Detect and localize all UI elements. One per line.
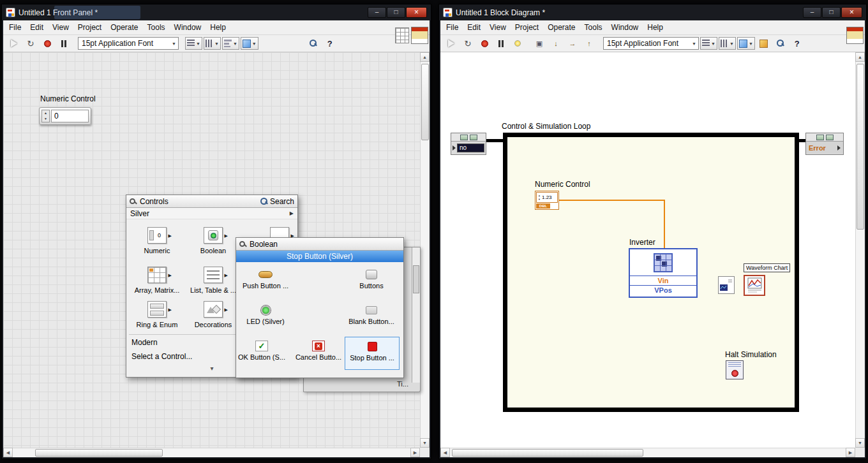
menu-help[interactable]: Help <box>643 21 668 34</box>
vertical-scrollbar-thumb[interactable] <box>421 64 429 140</box>
retain-wire-values-button[interactable]: ▣ <box>532 36 547 50</box>
inverter-input-pin[interactable]: Vin <box>630 276 696 286</box>
step-into-button[interactable]: ↓ <box>548 36 564 50</box>
menu-edit[interactable]: Edit <box>463 21 485 34</box>
horizontal-scrollbar[interactable]: ◀ ▶ <box>3 448 420 457</box>
numeric-control[interactable]: ▲ ▼ 0 <box>39 107 91 125</box>
distribute-objects-dropdown[interactable]: ▼ <box>719 37 736 50</box>
abort-button[interactable] <box>477 36 492 50</box>
block-diagram-titlebar[interactable]: Untitled 1 Block Diagram * – □ × <box>440 4 865 20</box>
menu-project[interactable]: Project <box>511 21 543 34</box>
run-continuous-button[interactable]: ↻ <box>23 36 38 50</box>
context-help-button[interactable]: ? <box>789 36 805 50</box>
reorder-dropdown[interactable]: ▼ <box>241 37 258 50</box>
palette-item-array-matrix[interactable]: ▶ Array, Matrix... <box>129 267 185 294</box>
numeric-value-field[interactable]: 0 <box>51 110 89 122</box>
horizontal-scrollbar-thumb[interactable] <box>35 449 163 457</box>
menu-operate[interactable]: Operate <box>543 21 580 34</box>
reorder-dropdown[interactable]: ▼ <box>737 37 755 50</box>
menu-help[interactable]: Help <box>206 21 230 34</box>
menu-file[interactable]: File <box>442 21 463 34</box>
vertical-scrollbar[interactable]: ▲ ▼ <box>420 52 430 448</box>
pause-button[interactable] <box>56 36 71 50</box>
scroll-up-button[interactable]: ▲ <box>420 52 430 62</box>
menu-view[interactable]: View <box>485 21 511 34</box>
section-label-modern[interactable]: Modern <box>131 338 158 347</box>
simulation-input-node[interactable]: no <box>451 133 486 155</box>
menu-window[interactable]: Window <box>170 21 206 34</box>
vertical-scrollbar-thumb[interactable] <box>857 64 864 230</box>
scroll-right-button[interactable]: ▶ <box>846 448 855 457</box>
distribute-objects-dropdown[interactable]: ▼ <box>204 37 221 50</box>
maximize-button[interactable]: □ <box>822 7 841 18</box>
scroll-right-button[interactable]: ▶ <box>410 448 420 457</box>
run-button[interactable] <box>444 36 459 50</box>
scroll-left-button[interactable]: ◀ <box>3 448 13 457</box>
menu-tools[interactable]: Tools <box>580 21 607 34</box>
step-over-button[interactable]: → <box>565 36 580 50</box>
waveform-chart-terminal[interactable] <box>744 275 765 296</box>
input-node-value[interactable]: no <box>457 143 484 152</box>
palette-item-numeric[interactable]: 0 ▶ Numeric <box>129 227 185 254</box>
run-button[interactable] <box>6 36 22 50</box>
palette-item-blank-button[interactable]: Blank Button... <box>342 303 401 325</box>
run-continuous-button[interactable]: ↻ <box>460 36 475 50</box>
font-selector-dropdown[interactable]: 15pt Application Font ▼ <box>603 37 699 50</box>
minimize-button[interactable]: – <box>368 7 386 18</box>
menu-project[interactable]: Project <box>73 21 106 34</box>
inverter-block[interactable]: Vin VPos <box>629 248 698 298</box>
vertical-scrollbar[interactable]: ▲ ▼ <box>855 52 865 448</box>
palette-item-ok-button[interactable]: ✓ OK Button (S... <box>236 339 287 361</box>
palette-search-button[interactable]: Search <box>260 197 294 206</box>
menu-view[interactable]: View <box>48 21 73 34</box>
inverter-output-pin[interactable]: VPos <box>630 286 696 296</box>
vi-icon[interactable] <box>411 27 428 44</box>
search-button[interactable] <box>306 36 321 50</box>
horizontal-scrollbar[interactable]: ◀ ▶ <box>440 448 855 457</box>
clean-up-diagram-button[interactable] <box>756 36 772 50</box>
fragment-scrollbar-thumb[interactable] <box>413 265 419 293</box>
vi-icon[interactable] <box>846 27 864 44</box>
boolean-palette-header[interactable]: Boolean <box>236 238 403 251</box>
menu-tools[interactable]: Tools <box>143 21 170 34</box>
align-objects-dropdown[interactable]: ▼ <box>700 37 717 50</box>
palette-item-cancel-button[interactable]: × Cancel Butto... <box>292 339 345 361</box>
palette-item-boolean[interactable]: ▶ Boolean <box>186 227 240 254</box>
search-button[interactable] <box>773 36 788 50</box>
front-panel-titlebar[interactable]: Untitled 1 Front Panel * – □ × <box>3 4 430 20</box>
menu-window[interactable]: Window <box>607 21 643 34</box>
menu-edit[interactable]: Edit <box>26 21 48 34</box>
orange-wire-horizontal[interactable] <box>559 200 665 201</box>
error-output-label[interactable]: Error <box>809 144 835 152</box>
pin-icon[interactable] <box>130 198 137 205</box>
scroll-left-button[interactable]: ◀ <box>440 448 450 457</box>
simulation-output-node[interactable]: Error <box>805 133 844 155</box>
decrement-button[interactable]: ▼ <box>42 116 49 122</box>
scroll-down-button[interactable]: ▼ <box>420 438 430 448</box>
menu-operate[interactable]: Operate <box>106 21 142 34</box>
palette-item-ring-enum[interactable]: ▶ Ring & Enum <box>129 301 185 328</box>
palette-item-buttons[interactable]: Buttons <box>342 267 401 290</box>
close-button[interactable]: × <box>841 7 862 18</box>
pause-button[interactable] <box>493 36 509 50</box>
fragment-scrollbar[interactable] <box>412 247 420 383</box>
select-a-control-item[interactable]: Select a Control... <box>131 352 192 361</box>
menu-file[interactable]: File <box>4 21 26 34</box>
connector-pane-icon[interactable] <box>395 27 409 43</box>
abort-button[interactable] <box>40 36 55 50</box>
minimize-button[interactable]: – <box>803 7 821 18</box>
controls-palette-header[interactable]: Controls Search <box>126 195 297 208</box>
increment-button[interactable]: ▲ <box>42 110 49 116</box>
numeric-control-terminal[interactable]: ▲▼ 1.23 DBL <box>535 191 559 210</box>
context-help-button[interactable]: ? <box>322 36 338 50</box>
pin-icon[interactable] <box>239 240 246 247</box>
halt-simulation-node[interactable] <box>726 360 744 379</box>
resize-objects-dropdown[interactable]: ▼ <box>222 37 239 50</box>
collector-node[interactable] <box>718 276 735 294</box>
close-button[interactable]: × <box>406 7 427 18</box>
orange-wire-vertical[interactable] <box>664 200 665 249</box>
step-out-button[interactable]: ↑ <box>581 36 597 50</box>
palette-item-stop-button-selected[interactable]: Stop Button ... <box>345 337 400 370</box>
scroll-up-button[interactable]: ▲ <box>855 52 865 62</box>
align-objects-dropdown[interactable]: ▼ <box>185 37 202 50</box>
